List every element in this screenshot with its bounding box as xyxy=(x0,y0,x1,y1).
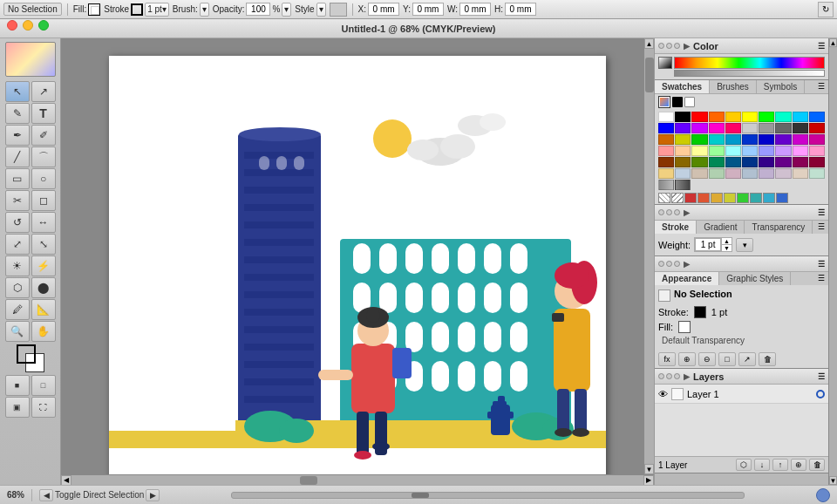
swatch-item[interactable] xyxy=(691,157,707,167)
blob-brush-tool[interactable]: ✐ xyxy=(31,125,56,146)
nav-next-btn[interactable]: ▶ xyxy=(146,489,160,501)
swatch-item[interactable] xyxy=(725,157,741,167)
swatch-item[interactable] xyxy=(691,112,707,122)
swatch-item[interactable] xyxy=(709,123,725,133)
ellipse-tool[interactable]: ○ xyxy=(31,168,56,189)
hand-tool[interactable]: ✋ xyxy=(31,321,56,342)
swatch-item[interactable] xyxy=(809,146,825,156)
weight-stepper[interactable]: 1 pt ▲ ▼ xyxy=(694,237,732,252)
layer-select-circle[interactable] xyxy=(816,390,825,398)
swatch-item[interactable] xyxy=(709,146,725,156)
swatch-item[interactable] xyxy=(793,134,808,145)
maximize-button[interactable] xyxy=(38,20,49,31)
swatch-item[interactable] xyxy=(658,112,674,122)
swatch-item[interactable] xyxy=(759,146,774,156)
swatch-item[interactable] xyxy=(759,168,774,179)
warp-tool[interactable]: ⤡ xyxy=(31,234,56,255)
swatch-item[interactable] xyxy=(775,146,791,156)
swatch-item[interactable] xyxy=(675,134,691,145)
panel-dot[interactable] xyxy=(666,373,672,379)
swatch-item[interactable] xyxy=(775,134,791,145)
swatches-panel-menu[interactable]: ☰ xyxy=(814,80,828,93)
right-scroll-up[interactable]: ▲ xyxy=(829,38,837,47)
swatch-item[interactable] xyxy=(809,123,825,133)
w-input[interactable]: 0 mm xyxy=(459,3,491,16)
scroll-thumb[interactable] xyxy=(645,58,654,92)
tab-symbols[interactable]: Symbols xyxy=(757,80,805,93)
gradient-tool[interactable]: ⬤ xyxy=(31,277,56,298)
color-lightness-bar[interactable] xyxy=(674,70,825,77)
swatch-item[interactable] xyxy=(793,157,808,167)
pattern-swatch[interactable] xyxy=(658,193,670,203)
panel-dot[interactable] xyxy=(674,373,680,379)
make-sublayer-btn[interactable]: ⬡ xyxy=(736,459,752,471)
swatch-item[interactable] xyxy=(725,112,741,122)
swatch-item[interactable] xyxy=(809,157,825,167)
swatch-item[interactable] xyxy=(691,168,707,179)
swatch-item[interactable] xyxy=(775,157,791,167)
h-input[interactable]: 0 mm xyxy=(505,3,536,16)
direct-selection-tool[interactable]: ↗ xyxy=(31,81,56,102)
swatch-item[interactable] xyxy=(809,168,825,179)
weight-down-arrow[interactable]: ▼ xyxy=(722,245,732,251)
swatch-item[interactable] xyxy=(742,146,758,156)
symbol-sprayer-tool[interactable]: ☀ xyxy=(5,255,30,276)
pattern-swatch[interactable] xyxy=(684,193,697,203)
fx-button[interactable]: fx xyxy=(658,352,676,366)
pattern-swatch[interactable] xyxy=(737,193,749,203)
pattern-swatch[interactable] xyxy=(698,193,710,203)
rotate-tool[interactable]: ↺ xyxy=(5,212,30,233)
swatch-item[interactable] xyxy=(658,157,674,167)
swatch-item[interactable] xyxy=(742,123,758,133)
panel-dot[interactable] xyxy=(658,209,664,215)
swatch-item[interactable] xyxy=(709,168,725,179)
panel-dot-3[interactable] xyxy=(674,43,680,49)
vertical-scrollbar[interactable]: ▲ ▼ xyxy=(643,38,654,474)
pattern-swatch[interactable] xyxy=(776,193,788,203)
swatch-item[interactable] xyxy=(675,146,691,156)
swatch-item[interactable] xyxy=(675,112,691,122)
swatch-white[interactable] xyxy=(684,97,695,107)
horizontal-scrollbar[interactable]: ◀ ▶ xyxy=(61,474,654,485)
swatch-item[interactable] xyxy=(742,134,758,145)
opacity-dropdown[interactable]: ▾ xyxy=(282,3,291,17)
swatch-item[interactable] xyxy=(709,157,725,167)
fill-swatch[interactable] xyxy=(88,3,100,16)
weight-input[interactable]: 1 pt xyxy=(695,238,721,251)
mesh-tool[interactable]: ⬡ xyxy=(5,277,30,298)
swatch-item[interactable] xyxy=(675,123,691,133)
swatch-item[interactable] xyxy=(675,157,691,167)
arc-tool[interactable]: ⌒ xyxy=(31,146,56,167)
tab-gradient[interactable]: Gradient xyxy=(697,221,745,234)
fill-stroke-colors[interactable] xyxy=(17,344,44,372)
tab-transparency[interactable]: Transparency xyxy=(745,221,813,234)
swatch-fill-indicator[interactable] xyxy=(658,96,670,108)
h-scroll-bar[interactable] xyxy=(231,492,745,499)
pattern-swatch[interactable] xyxy=(750,193,762,203)
trash-button[interactable]: 🗑 xyxy=(759,352,776,366)
swatch-item[interactable] xyxy=(759,112,774,122)
swatch-item[interactable] xyxy=(759,134,774,145)
tab-brushes[interactable]: Brushes xyxy=(710,80,757,93)
pattern-swatch[interactable] xyxy=(711,193,723,203)
swatch-item[interactable] xyxy=(675,168,691,179)
blend-tool[interactable]: ⚡ xyxy=(31,255,56,276)
layers-panel-menu[interactable]: ☰ xyxy=(818,372,825,381)
opacity-input[interactable]: 100 xyxy=(246,3,270,16)
type-tool[interactable]: T xyxy=(31,103,56,124)
pen-tool[interactable]: ✎ xyxy=(5,103,30,124)
swatch-black[interactable] xyxy=(672,97,683,107)
brush-dropdown[interactable]: ▾ xyxy=(200,3,209,17)
swatch-item[interactable] xyxy=(793,168,808,179)
swatch-item[interactable] xyxy=(759,157,774,167)
swatch-item[interactable] xyxy=(725,146,741,156)
add-prop-button[interactable]: ⊕ xyxy=(678,352,696,366)
fullscreen-btn[interactable]: ⛶ xyxy=(31,397,56,418)
color-indicator[interactable] xyxy=(658,57,672,69)
swatch-item[interactable] xyxy=(742,168,758,179)
right-scroll-down[interactable]: ▼ xyxy=(829,476,837,485)
swatch-item[interactable] xyxy=(725,168,741,179)
color-panel-menu[interactable]: ☰ xyxy=(818,42,825,51)
color-mode-btn[interactable]: ■ xyxy=(5,375,30,396)
swatch-item[interactable] xyxy=(793,112,808,122)
